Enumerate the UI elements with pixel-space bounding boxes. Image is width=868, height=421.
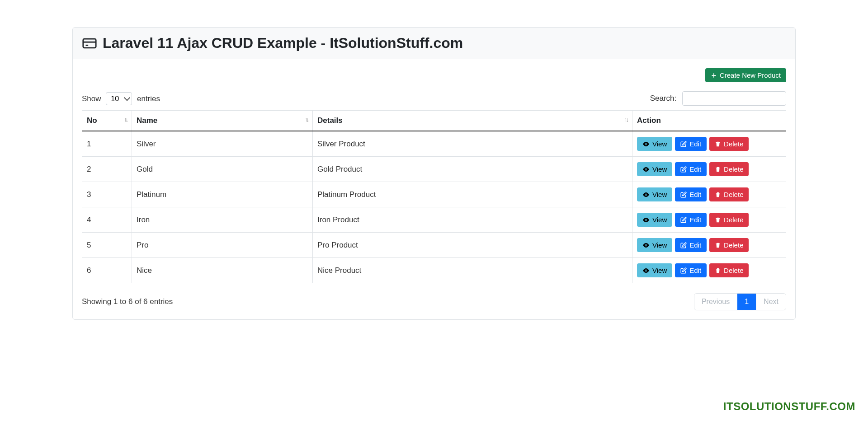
cell-action: ViewEditDelete [632,258,786,283]
page-title-text: Laravel 11 Ajax CRUD Example - ItSolutio… [103,35,463,51]
table-row: 3PlatinumPlatinum ProductViewEditDelete [82,182,786,207]
table-row: 5ProPro ProductViewEditDelete [82,233,786,258]
eye-icon [642,140,650,148]
cell-details: Nice Product [313,258,632,283]
page-next[interactable]: Next [756,294,786,310]
card-body: Create New Product Show 10 entries Searc… [73,59,795,319]
table-row: 6NiceNice ProductViewEditDelete [82,258,786,283]
eye-icon [642,267,650,274]
svg-point-5 [646,143,647,145]
card: Laravel 11 Ajax CRUD Example - ItSolutio… [72,27,796,320]
edit-button[interactable]: Edit [675,263,707,277]
cell-no: 4 [82,207,132,233]
table-row: 1SilverSilver ProductViewEditDelete [82,131,786,157]
cell-name: Nice [132,258,313,283]
col-header-action: Action [632,111,786,131]
cell-no: 1 [82,131,132,157]
trash-icon [715,166,721,173]
cell-details: Silver Product [313,131,632,157]
col-header-no[interactable]: No [82,111,132,131]
svg-rect-0 [83,39,96,48]
view-button[interactable]: View [637,263,672,277]
trash-icon [715,192,721,198]
length-suffix: entries [137,94,160,103]
cell-details: Platinum Product [313,182,632,207]
length-prefix: Show [82,94,101,103]
search-label: Search: [650,94,677,103]
trash-icon [715,242,721,248]
eye-icon [642,242,650,249]
card-icon [82,36,97,51]
edit-icon [680,141,687,147]
delete-button[interactable]: Delete [709,213,749,227]
cell-action: ViewEditDelete [632,157,786,182]
delete-button[interactable]: Delete [709,187,749,201]
page-title: Laravel 11 Ajax CRUD Example - ItSolutio… [82,35,786,51]
edit-icon [680,242,687,248]
entries-select[interactable]: 10 [106,92,132,105]
cell-no: 3 [82,182,132,207]
col-header-name[interactable]: Name [132,111,313,131]
cell-details: Pro Product [313,233,632,258]
edit-button[interactable]: Edit [675,137,707,151]
trash-icon [715,267,721,274]
pagination: Previous 1 Next [694,293,786,310]
trash-icon [715,217,721,223]
cell-details: Iron Product [313,207,632,233]
col-header-details[interactable]: Details [313,111,632,131]
cell-no: 6 [82,258,132,283]
edit-icon [680,267,687,274]
view-button[interactable]: View [637,137,672,151]
eye-icon [642,166,650,173]
table-info: Showing 1 to 6 of 6 entries [82,297,173,306]
svg-point-10 [646,270,647,271]
cell-name: Gold [132,157,313,182]
cell-action: ViewEditDelete [632,207,786,233]
cell-name: Platinum [132,182,313,207]
edit-button[interactable]: Edit [675,162,707,176]
delete-button[interactable]: Delete [709,263,749,277]
view-button[interactable]: View [637,238,672,252]
cell-no: 2 [82,157,132,182]
cell-name: Pro [132,233,313,258]
table-row: 2GoldGold ProductViewEditDelete [82,157,786,182]
cell-no: 5 [82,233,132,258]
trash-icon [715,141,721,147]
edit-icon [680,217,687,223]
card-header: Laravel 11 Ajax CRUD Example - ItSolutio… [73,28,795,59]
cell-action: ViewEditDelete [632,233,786,258]
svg-point-7 [646,194,647,195]
cell-action: ViewEditDelete [632,182,786,207]
cell-details: Gold Product [313,157,632,182]
edit-button[interactable]: Edit [675,187,707,201]
edit-button[interactable]: Edit [675,213,707,227]
search-input[interactable] [682,91,786,106]
cell-action: ViewEditDelete [632,131,786,157]
products-table: No Name Details Action 1SilverSilver Pro… [82,110,786,283]
page-previous[interactable]: Previous [694,294,737,310]
svg-point-8 [646,219,647,220]
svg-point-9 [646,244,647,246]
cell-name: Iron [132,207,313,233]
cell-name: Silver [132,131,313,157]
svg-point-6 [646,168,647,170]
edit-icon [680,166,687,173]
view-button[interactable]: View [637,162,672,176]
delete-button[interactable]: Delete [709,137,749,151]
length-control: Show 10 entries [82,92,160,105]
create-product-label: Create New Product [720,71,781,79]
edit-button[interactable]: Edit [675,238,707,252]
view-button[interactable]: View [637,213,672,227]
delete-button[interactable]: Delete [709,162,749,176]
eye-icon [642,216,650,224]
search-control: Search: [650,91,786,106]
edit-icon [680,192,687,198]
page-1[interactable]: 1 [737,294,756,310]
create-product-button[interactable]: Create New Product [705,68,786,82]
delete-button[interactable]: Delete [709,238,749,252]
table-row: 4IronIron ProductViewEditDelete [82,207,786,233]
eye-icon [642,191,650,198]
plus-icon [711,72,717,79]
view-button[interactable]: View [637,187,672,201]
